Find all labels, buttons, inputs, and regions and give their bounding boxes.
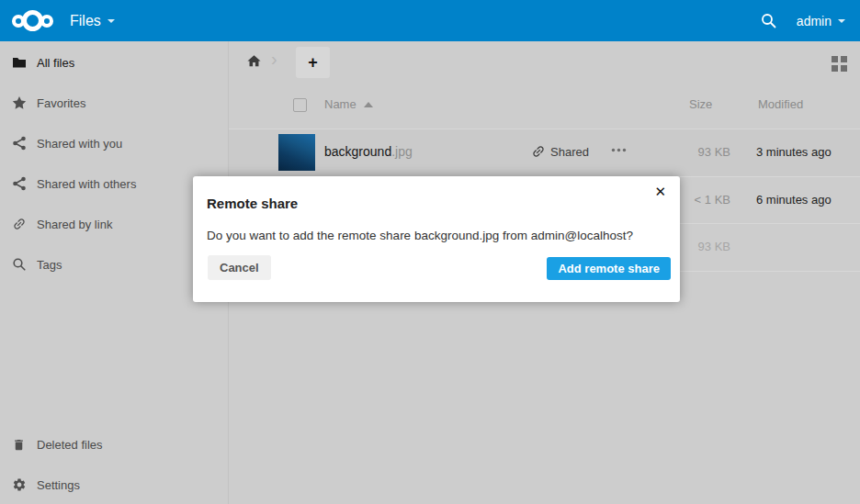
- search-button[interactable]: [761, 13, 776, 28]
- sidebar-item-settings[interactable]: Settings: [0, 465, 229, 504]
- sidebar-item-label: Shared with you: [37, 137, 122, 151]
- share-icon: [12, 176, 27, 191]
- new-file-button[interactable]: +: [296, 47, 330, 78]
- home-icon: [246, 53, 262, 69]
- breadcrumb-home[interactable]: [246, 53, 262, 69]
- file-name[interactable]: background.jpg: [324, 144, 413, 159]
- more-actions-button[interactable]: [611, 148, 627, 152]
- file-table-header: Name Size Modified: [229, 83, 860, 129]
- more-icon: [611, 148, 627, 152]
- star-icon: [12, 95, 27, 110]
- trash-icon: [12, 437, 27, 452]
- sidebar-item-all-files[interactable]: All files: [0, 42, 229, 83]
- grid-icon: [832, 56, 847, 72]
- dialog-message: Do you want to add the remote share back…: [207, 229, 633, 242]
- sidebar-item-label: Shared with others: [37, 177, 136, 191]
- top-header-bar: Files admin: [0, 0, 860, 41]
- sidebar-item-favorites[interactable]: Favorites: [0, 83, 229, 123]
- nextcloud-window: Files admin All files: [0, 0, 860, 504]
- shared-status-label: Shared: [550, 145, 589, 159]
- folder-icon: [12, 55, 27, 70]
- sidebar-item-label: Favorites: [37, 96, 85, 110]
- sidebar-item-label: Shared by link: [37, 218, 112, 231]
- file-modified: 3 minutes ago: [756, 145, 832, 159]
- share-icon: [12, 136, 27, 151]
- link-icon: [531, 144, 546, 159]
- dialog-title: Remote share: [207, 196, 298, 211]
- column-header-name[interactable]: Name: [324, 97, 373, 111]
- link-icon: [12, 217, 27, 231]
- sidebar-item-label: Deleted files: [37, 438, 103, 452]
- sidebar-item-shared-with-you[interactable]: Shared with you: [0, 123, 229, 163]
- column-header-size[interactable]: Size: [689, 97, 712, 111]
- gear-icon: [12, 477, 27, 492]
- file-modified: 6 minutes ago: [756, 193, 832, 207]
- sidebar-item-label: All files: [37, 56, 74, 70]
- file-extension: .jpg: [391, 144, 413, 159]
- sidebar-item-deleted-files[interactable]: Deleted files: [0, 424, 229, 465]
- file-row-background-jpg[interactable]: background.jpg Shared 93 KB 3 minutes ag…: [229, 129, 860, 177]
- plus-icon: +: [308, 53, 318, 72]
- close-icon[interactable]: ✕: [651, 182, 670, 202]
- file-thumbnail[interactable]: [278, 134, 315, 171]
- user-menu-toggle[interactable]: admin: [797, 14, 845, 28]
- app-menu-toggle[interactable]: Files: [70, 0, 115, 41]
- remote-share-dialog: ✕ Remote share Do you want to add the re…: [193, 176, 680, 302]
- sidebar-item-label: Settings: [37, 478, 80, 492]
- chevron-down-icon: [108, 19, 115, 23]
- sidebar-item-label: Tags: [37, 258, 62, 272]
- cancel-button[interactable]: Cancel: [208, 255, 271, 280]
- tag-icon: [12, 257, 27, 272]
- nextcloud-logo[interactable]: [12, 8, 65, 33]
- user-name: admin: [797, 14, 832, 28]
- shared-status-button[interactable]: Shared: [531, 144, 589, 159]
- column-header-modified[interactable]: Modified: [758, 97, 803, 111]
- add-remote-share-button[interactable]: Add remote share: [547, 257, 671, 280]
- breadcrumb-separator-icon: ›: [271, 49, 277, 70]
- select-all-checkbox[interactable]: [293, 98, 307, 112]
- grid-view-toggle[interactable]: [832, 56, 847, 72]
- sort-ascending-icon: [364, 102, 373, 107]
- logo-circle-right: [40, 15, 53, 28]
- chevron-down-icon: [838, 19, 845, 23]
- app-title: Files: [70, 13, 101, 29]
- file-size: 93 KB: [643, 145, 730, 159]
- search-icon: [761, 13, 776, 28]
